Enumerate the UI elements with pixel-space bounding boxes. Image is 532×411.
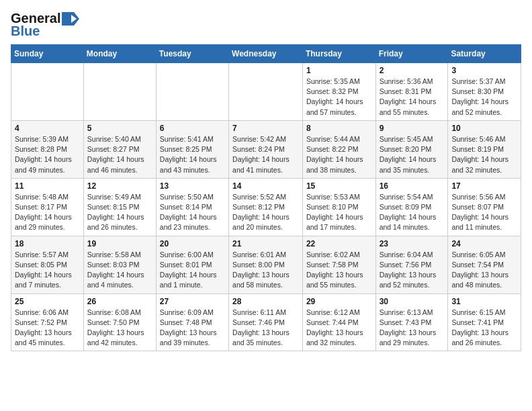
day-detail: Sunrise: 6:08 AM Sunset: 7:50 PM Dayligh… — [87, 308, 152, 349]
day-detail: Sunrise: 6:09 AM Sunset: 7:48 PM Dayligh… — [160, 308, 225, 349]
day-detail: Sunrise: 5:41 AM Sunset: 8:25 PM Dayligh… — [160, 134, 225, 175]
day-number: 29 — [306, 297, 372, 306]
calendar-week-row: 18Sunrise: 5:57 AM Sunset: 8:05 PM Dayli… — [11, 236, 521, 293]
day-detail: Sunrise: 5:57 AM Sunset: 8:05 PM Dayligh… — [15, 250, 80, 291]
day-number: 11 — [15, 181, 80, 191]
day-number: 21 — [232, 239, 299, 248]
day-number: 15 — [306, 181, 372, 191]
calendar-cell: 8Sunrise: 5:44 AM Sunset: 8:22 PM Daylig… — [302, 120, 375, 178]
calendar-week-row: 1Sunrise: 5:35 AM Sunset: 8:32 PM Daylig… — [11, 63, 521, 121]
day-detail: Sunrise: 6:15 AM Sunset: 7:41 PM Dayligh… — [451, 308, 517, 349]
calendar-cell: 12Sunrise: 5:49 AM Sunset: 8:15 PM Dayli… — [83, 178, 156, 236]
calendar-cell: 27Sunrise: 6:09 AM Sunset: 7:48 PM Dayli… — [156, 293, 228, 351]
day-detail: Sunrise: 6:05 AM Sunset: 7:54 PM Dayligh… — [451, 250, 517, 291]
calendar-cell: 25Sunrise: 6:06 AM Sunset: 7:52 PM Dayli… — [11, 293, 84, 351]
day-number: 5 — [87, 124, 152, 133]
calendar-cell — [83, 63, 156, 121]
calendar-header-sunday: Sunday — [11, 45, 84, 63]
day-number: 27 — [160, 297, 225, 306]
day-number: 14 — [232, 181, 299, 191]
day-detail: Sunrise: 5:58 AM Sunset: 8:03 PM Dayligh… — [87, 250, 152, 291]
day-detail: Sunrise: 5:54 AM Sunset: 8:09 PM Dayligh… — [380, 192, 445, 233]
day-number: 31 — [451, 297, 517, 306]
day-number: 24 — [451, 239, 517, 248]
day-number: 26 — [87, 297, 152, 306]
calendar-cell: 6Sunrise: 5:41 AM Sunset: 8:25 PM Daylig… — [156, 120, 228, 178]
day-number: 28 — [232, 297, 299, 306]
day-detail: Sunrise: 5:50 AM Sunset: 8:14 PM Dayligh… — [160, 192, 225, 233]
calendar-cell: 2Sunrise: 5:36 AM Sunset: 8:31 PM Daylig… — [375, 63, 448, 121]
day-number: 8 — [306, 124, 372, 133]
day-detail: Sunrise: 5:53 AM Sunset: 8:10 PM Dayligh… — [306, 192, 372, 233]
calendar-cell: 17Sunrise: 5:56 AM Sunset: 8:07 PM Dayli… — [448, 178, 521, 236]
day-number: 4 — [15, 124, 80, 133]
calendar-cell: 13Sunrise: 5:50 AM Sunset: 8:14 PM Dayli… — [156, 178, 228, 236]
calendar-cell: 20Sunrise: 6:00 AM Sunset: 8:01 PM Dayli… — [156, 236, 228, 293]
day-number: 22 — [306, 239, 372, 248]
svg-marker-0 — [62, 12, 79, 26]
calendar-cell: 19Sunrise: 5:58 AM Sunset: 8:03 PM Dayli… — [83, 236, 156, 293]
calendar-header-thursday: Thursday — [302, 45, 375, 63]
calendar-cell: 24Sunrise: 6:05 AM Sunset: 7:54 PM Dayli… — [448, 236, 521, 293]
calendar-week-row: 11Sunrise: 5:48 AM Sunset: 8:17 PM Dayli… — [11, 178, 521, 236]
calendar-header-row: SundayMondayTuesdayWednesdayThursdayFrid… — [11, 45, 521, 63]
calendar-cell: 30Sunrise: 6:13 AM Sunset: 7:43 PM Dayli… — [375, 293, 448, 351]
calendar-table: SundayMondayTuesdayWednesdayThursdayFrid… — [11, 44, 521, 351]
calendar-cell — [156, 63, 228, 121]
day-detail: Sunrise: 6:02 AM Sunset: 7:58 PM Dayligh… — [306, 250, 372, 291]
calendar-cell: 1Sunrise: 5:35 AM Sunset: 8:32 PM Daylig… — [302, 63, 375, 121]
calendar-cell — [229, 63, 303, 121]
calendar-cell — [11, 63, 84, 121]
day-number: 13 — [160, 181, 225, 191]
day-detail: Sunrise: 5:35 AM Sunset: 8:32 PM Dayligh… — [306, 77, 372, 118]
calendar-cell: 22Sunrise: 6:02 AM Sunset: 7:58 PM Dayli… — [302, 236, 375, 293]
calendar-header-friday: Friday — [375, 45, 448, 63]
day-number: 17 — [451, 181, 517, 191]
day-detail: Sunrise: 6:11 AM Sunset: 7:46 PM Dayligh… — [232, 308, 299, 349]
day-number: 7 — [232, 124, 299, 133]
calendar-cell: 9Sunrise: 5:45 AM Sunset: 8:20 PM Daylig… — [375, 120, 448, 178]
calendar-cell: 15Sunrise: 5:53 AM Sunset: 8:10 PM Dayli… — [302, 178, 375, 236]
calendar-body: 1Sunrise: 5:35 AM Sunset: 8:32 PM Daylig… — [11, 63, 521, 351]
day-number: 2 — [380, 66, 445, 75]
day-detail: Sunrise: 6:12 AM Sunset: 7:44 PM Dayligh… — [306, 308, 372, 349]
day-detail: Sunrise: 5:52 AM Sunset: 8:12 PM Dayligh… — [232, 192, 299, 233]
day-number: 30 — [380, 297, 445, 306]
day-detail: Sunrise: 5:56 AM Sunset: 8:07 PM Dayligh… — [451, 192, 517, 233]
calendar-cell: 10Sunrise: 5:46 AM Sunset: 8:19 PM Dayli… — [448, 120, 521, 178]
day-detail: Sunrise: 6:06 AM Sunset: 7:52 PM Dayligh… — [15, 308, 80, 349]
day-number: 20 — [160, 239, 225, 248]
day-number: 1 — [306, 66, 372, 75]
calendar-header-tuesday: Tuesday — [156, 45, 228, 63]
day-number: 6 — [160, 124, 225, 133]
day-detail: Sunrise: 5:49 AM Sunset: 8:15 PM Dayligh… — [87, 192, 152, 233]
day-number: 12 — [87, 181, 152, 191]
logo-blue-text: Blue — [11, 24, 40, 39]
day-number: 19 — [87, 239, 152, 248]
day-detail: Sunrise: 6:00 AM Sunset: 8:01 PM Dayligh… — [160, 250, 225, 291]
day-detail: Sunrise: 5:36 AM Sunset: 8:31 PM Dayligh… — [380, 77, 445, 118]
day-detail: Sunrise: 5:40 AM Sunset: 8:27 PM Dayligh… — [87, 134, 152, 175]
day-detail: Sunrise: 6:01 AM Sunset: 8:00 PM Dayligh… — [232, 250, 299, 291]
calendar-week-row: 4Sunrise: 5:39 AM Sunset: 8:28 PM Daylig… — [11, 120, 521, 178]
day-number: 25 — [15, 297, 80, 306]
day-detail: Sunrise: 5:48 AM Sunset: 8:17 PM Dayligh… — [15, 192, 80, 233]
calendar-header-saturday: Saturday — [448, 45, 521, 63]
calendar-cell: 7Sunrise: 5:42 AM Sunset: 8:24 PM Daylig… — [229, 120, 303, 178]
calendar-cell: 11Sunrise: 5:48 AM Sunset: 8:17 PM Dayli… — [11, 178, 84, 236]
day-detail: Sunrise: 5:45 AM Sunset: 8:20 PM Dayligh… — [380, 134, 445, 175]
calendar-cell: 18Sunrise: 5:57 AM Sunset: 8:05 PM Dayli… — [11, 236, 84, 293]
calendar-cell: 5Sunrise: 5:40 AM Sunset: 8:27 PM Daylig… — [83, 120, 156, 178]
calendar-cell: 21Sunrise: 6:01 AM Sunset: 8:00 PM Dayli… — [229, 236, 303, 293]
day-detail: Sunrise: 5:44 AM Sunset: 8:22 PM Dayligh… — [306, 134, 372, 175]
calendar-cell: 4Sunrise: 5:39 AM Sunset: 8:28 PM Daylig… — [11, 120, 84, 178]
logo-bird-icon — [62, 12, 79, 26]
calendar-header-wednesday: Wednesday — [229, 45, 303, 63]
day-detail: Sunrise: 5:39 AM Sunset: 8:28 PM Dayligh… — [15, 134, 80, 175]
calendar-cell: 23Sunrise: 6:04 AM Sunset: 7:56 PM Dayli… — [375, 236, 448, 293]
day-detail: Sunrise: 6:13 AM Sunset: 7:43 PM Dayligh… — [380, 308, 445, 349]
day-number: 9 — [380, 124, 445, 133]
day-detail: Sunrise: 5:46 AM Sunset: 8:19 PM Dayligh… — [451, 134, 517, 175]
calendar-week-row: 25Sunrise: 6:06 AM Sunset: 7:52 PM Dayli… — [11, 293, 521, 351]
day-number: 16 — [380, 181, 445, 191]
